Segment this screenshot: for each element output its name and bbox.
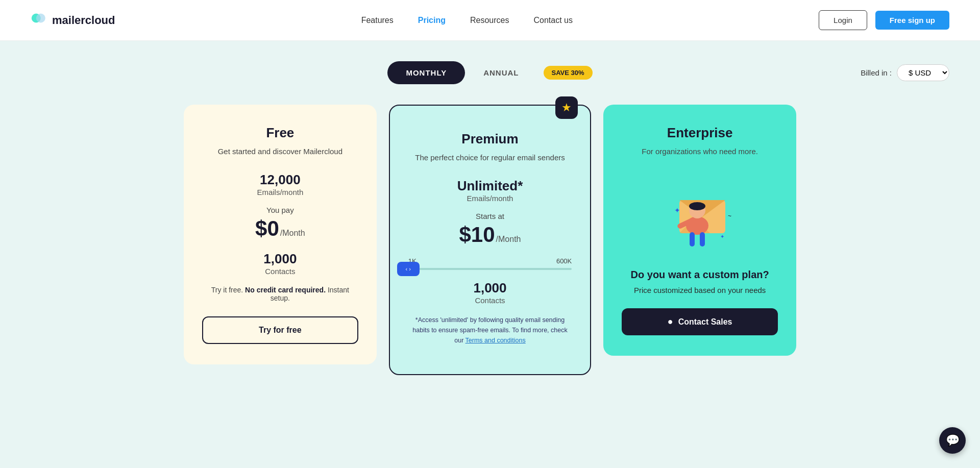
- enterprise-plan-subtitle: For organizations who need more.: [622, 146, 778, 158]
- terms-link[interactable]: Terms and conditions: [465, 337, 526, 344]
- logo-icon: [31, 13, 49, 28]
- try-free-text-2: No credit card required.: [245, 286, 326, 294]
- free-plan-subtitle: Get started and discover Mailercloud: [202, 146, 358, 158]
- logo[interactable]: mailercloud: [31, 13, 115, 28]
- premium-contacts-count: 1,000: [408, 280, 572, 296]
- svg-text:✦: ✦: [720, 234, 724, 239]
- toggle-monthly-button[interactable]: MONTHLY: [387, 61, 465, 84]
- free-plan-title: Free: [202, 125, 358, 141]
- enterprise-plan-title: Enterprise: [622, 125, 778, 141]
- contact-sales-icon: ●: [668, 316, 673, 327]
- premium-price: $10: [459, 223, 495, 247]
- contact-sales-label: Contact Sales: [678, 317, 732, 327]
- svg-point-1: [36, 13, 45, 22]
- billed-in: Billed in : $ USD € EUR £ GBP: [861, 64, 949, 81]
- billing-toggle: MONTHLY ANNUAL SAVE 30%: [387, 61, 592, 84]
- pricing-grid: Free Get started and discover Mailerclou…: [184, 105, 796, 375]
- nav-item-resources[interactable]: Resources: [470, 16, 509, 25]
- premium-price-period: /Month: [496, 235, 521, 244]
- save-badge: SAVE 30%: [544, 66, 593, 80]
- free-emails-count: 12,000: [202, 172, 358, 188]
- slider-max-label: 600K: [556, 257, 572, 265]
- free-contacts-label: Contacts: [202, 267, 358, 276]
- free-contacts-count: 1,000: [202, 251, 358, 267]
- signup-button[interactable]: Free sign up: [875, 11, 949, 30]
- premium-plan-card: ★ Premium The perfect choice for regular…: [389, 105, 592, 375]
- custom-plan-title: Do you want a custom plan?: [622, 269, 778, 281]
- slider-left-arrow: ‹: [406, 266, 408, 272]
- main-content: MONTHLY ANNUAL SAVE 30% Billed in : $ US…: [0, 41, 980, 406]
- nav-item-contact[interactable]: Contact us: [533, 16, 572, 25]
- nav-item-pricing[interactable]: Pricing: [418, 16, 446, 25]
- premium-starts-at-label: Starts at: [408, 212, 572, 220]
- contacts-slider-container: ‹ ›: [408, 268, 572, 270]
- free-price: $0: [255, 216, 279, 241]
- currency-select[interactable]: $ USD € EUR £ GBP: [897, 64, 949, 81]
- premium-plan-subtitle: The perfect choice for regular email sen…: [408, 152, 572, 164]
- free-emails-label: Emails/month: [202, 188, 358, 196]
- enterprise-illustration: ✦ ✦ ~: [622, 172, 778, 259]
- svg-point-7: [689, 202, 705, 210]
- custom-plan-subtitle: Price customized based on your needs: [622, 285, 778, 297]
- free-try-text: Try it free. No credit card required. In…: [202, 286, 358, 302]
- nav-item-features[interactable]: Features: [361, 16, 394, 25]
- contact-sales-button[interactable]: ● Contact Sales: [622, 308, 778, 335]
- premium-emails-label: Emails/month: [408, 194, 572, 203]
- login-button[interactable]: Login: [819, 10, 867, 30]
- try-free-text-1: Try it free.: [211, 286, 243, 294]
- toggle-annual-button[interactable]: ANNUAL: [465, 61, 537, 84]
- premium-contacts-label: Contacts: [408, 296, 572, 305]
- svg-text:~: ~: [728, 212, 731, 219]
- logo-text: mailercloud: [52, 14, 115, 27]
- billed-in-label: Billed in :: [861, 68, 892, 77]
- billing-toggle-row: MONTHLY ANNUAL SAVE 30% Billed in : $ US…: [31, 61, 949, 84]
- premium-price-row: $10 /Month: [408, 223, 572, 247]
- free-you-pay-label: You pay: [202, 206, 358, 214]
- svg-rect-9: [700, 232, 705, 247]
- nav-menu: Features Pricing Resources Contact us: [361, 16, 573, 25]
- premium-plan-title: Premium: [408, 131, 572, 147]
- slider-labels: 1K 600K: [408, 257, 572, 265]
- enterprise-illustration-svg: ✦ ✦ ~: [649, 172, 751, 259]
- try-free-button[interactable]: Try for free: [202, 316, 358, 344]
- slider-track: ‹ ›: [408, 268, 572, 270]
- premium-emails-count: Unlimited*: [408, 178, 572, 194]
- free-price-period: /Month: [280, 229, 305, 238]
- slider-thumb[interactable]: ‹ ›: [397, 262, 420, 276]
- unlimited-note: *Access 'unlimited' by following quality…: [408, 315, 572, 346]
- star-badge: ★: [555, 96, 578, 119]
- navbar-actions: Login Free sign up: [819, 10, 949, 30]
- navbar: mailercloud Features Pricing Resources C…: [0, 0, 980, 41]
- star-icon: ★: [561, 101, 572, 114]
- slider-right-arrow: ›: [409, 266, 411, 272]
- free-plan-card: Free Get started and discover Mailerclou…: [184, 105, 377, 364]
- svg-text:✦: ✦: [674, 206, 680, 214]
- free-price-row: $0 /Month: [202, 216, 358, 241]
- chat-bubble[interactable]: 💬: [939, 427, 966, 454]
- enterprise-plan-card: Enterprise For organizations who need mo…: [603, 105, 796, 356]
- svg-rect-8: [690, 232, 695, 247]
- chat-icon: 💬: [946, 434, 960, 447]
